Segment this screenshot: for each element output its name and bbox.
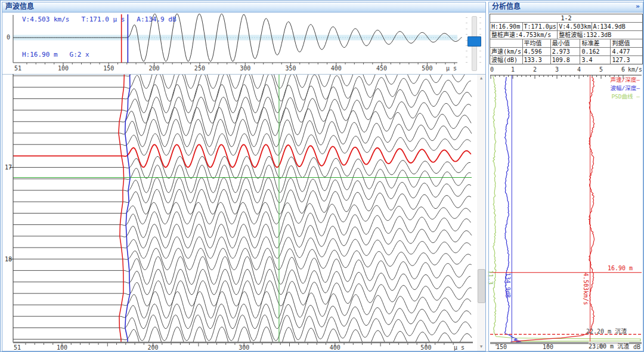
wave-trace	[13, 304, 471, 329]
head-criterion: 判据值	[610, 39, 642, 47]
scroll-down-icon[interactable]: ▼	[477, 343, 485, 351]
selected-wave-trace[interactable]	[13, 144, 471, 167]
amplitude-criterion: 127.3	[610, 56, 642, 64]
wave-trace	[13, 165, 471, 193]
head-blank	[490, 39, 522, 47]
svg-text:1: 1	[511, 66, 515, 73]
svg-text:450: 450	[376, 65, 387, 72]
amplitude-row-label: 波幅(dB)	[490, 56, 522, 64]
svg-text:51: 51	[14, 65, 21, 72]
scrollbar-thumb[interactable]	[478, 269, 485, 303]
svg-text:150: 150	[103, 65, 114, 72]
wave-panel-title: 声波信息	[5, 2, 34, 11]
svg-text:400: 400	[331, 65, 342, 72]
trace-readout-line2: H:16.90 mG:2 x	[22, 51, 101, 58]
head-std: 标准差	[580, 39, 610, 47]
current-time-cell: T:171.0μs	[522, 23, 558, 30]
svg-text:μ s: μ s	[454, 344, 465, 351]
panel-expander-button[interactable]: »	[636, 2, 640, 11]
wave-trace	[13, 269, 470, 295]
velocity-profile-curve	[510, 77, 594, 342]
svg-text:100: 100	[543, 344, 553, 350]
svg-text:51: 51	[14, 344, 21, 351]
wave-trace	[13, 134, 470, 156]
svg-text:μ s: μ s	[446, 65, 457, 72]
waterfall-scrollbar[interactable]: ▲ ▼	[477, 75, 485, 351]
legend-psd-curve: PSD曲线 —	[611, 92, 640, 100]
table-row-head: 平均值 最小值 标准差 判据值	[490, 39, 642, 47]
head-mean: 平均值	[522, 39, 550, 47]
wave-trace	[13, 85, 472, 113]
red-pick-curve[interactable]	[119, 74, 124, 342]
sediment-depth-label: 22.20 m 沉渣	[586, 326, 627, 335]
svg-text:5: 5	[599, 66, 603, 73]
wave-trace	[13, 189, 471, 214]
svg-text:300: 300	[240, 65, 250, 72]
table-row-velocity: 声速(km/s) 4.596 2.973 0.162 4.477	[490, 47, 642, 55]
svg-text:100: 100	[57, 344, 67, 351]
wave-trace	[13, 292, 471, 319]
svg-text:200: 200	[148, 344, 159, 351]
current-amplitude-cell: A:134.9dB	[592, 23, 642, 30]
wave-trace	[13, 212, 470, 238]
current-amplitude-marker-label: 134.9dB	[504, 273, 511, 298]
gain-slider[interactable]	[465, 15, 482, 71]
wave-trace	[13, 178, 471, 203]
depth-tick-label: 17	[5, 164, 12, 171]
legend-velocity-depth: 声速/深度—	[611, 75, 640, 84]
profile-name: 1-2	[490, 14, 642, 22]
gain-readout: G:2 x	[70, 51, 89, 58]
depth-readout: H:16.90 m	[22, 51, 58, 58]
trace-readout-line1: V:4.503 km/sT:171.0 μ sA:134.9 dB	[22, 16, 188, 23]
table-row-pile: 整桩声速:4.753km/s 整桩波幅:132.3dB	[490, 30, 642, 39]
svg-text:150: 150	[496, 344, 507, 350]
svg-text:2: 2	[533, 66, 537, 73]
pile-velocity-cell: 整桩声速:4.753km/s	[490, 31, 557, 39]
velocity-std: 0.162	[580, 48, 610, 55]
current-velocity-marker-label: 4.503km/s	[583, 273, 589, 305]
svg-text:250: 250	[194, 65, 205, 72]
velocity-mean: 4.596	[522, 48, 550, 55]
wave-trace	[13, 315, 471, 341]
svg-text:500: 500	[422, 65, 432, 72]
svg-text:300: 300	[239, 344, 249, 351]
current-depth-cell: H:16.90m	[490, 23, 522, 30]
table-row-profile: 1-2	[490, 14, 642, 22]
scroll-up-icon[interactable]: ▲	[477, 75, 485, 82]
psd-curve	[493, 76, 641, 341]
svg-text:500: 500	[420, 344, 431, 351]
legend-amplitude-depth: 波幅/深度—	[611, 84, 640, 92]
table-row-current: H:16.90m T:171.0μs V:4.503km/s A:134.9dB	[490, 22, 642, 30]
analysis-panel-header: 分析信息 »	[488, 2, 643, 13]
svg-text:0: 0	[7, 34, 10, 41]
waveform-waterfall-plot[interactable]: 171851100200300400500μ s	[2, 74, 486, 351]
amplitude-std: 3.4	[580, 56, 610, 64]
wave-trace	[13, 237, 471, 258]
sonic-logging-app: 声波信息 分析信息 » 5110015020025030035040045050…	[0, 0, 644, 352]
time-readout: T:171.0 μ s	[81, 16, 125, 23]
pile-amplitude-cell: 整桩波幅:132.3dB	[557, 31, 642, 39]
depth-profile-chart[interactable]: 0123456km/s15010050dB	[489, 64, 643, 350]
amplitude-profile-curve	[505, 77, 524, 343]
wave-panel-header: 声波信息	[2, 2, 486, 13]
svg-text:4: 4	[577, 66, 581, 73]
svg-text:6: 6	[621, 66, 625, 73]
svg-text:3: 3	[555, 66, 559, 73]
amplitude-readout: A:134.9 dB	[137, 16, 176, 23]
current-velocity-cell: V:4.503km/s	[557, 23, 591, 30]
svg-text:0: 0	[490, 66, 494, 73]
wave-trace	[13, 107, 471, 135]
velocity-row-label: 声速(km/s)	[490, 48, 522, 55]
svg-text:350: 350	[285, 65, 296, 72]
gain-slider-handle[interactable]	[467, 36, 481, 47]
wave-trace	[13, 248, 471, 270]
analysis-result-table: 1-2 H:16.90m T:171.0μs V:4.503km/s A:134…	[490, 14, 643, 64]
amplitude-min: 109.8	[550, 56, 580, 64]
current-psd-marker-label: 11.3	[487, 270, 494, 285]
velocity-min: 2.973	[550, 48, 580, 55]
velocity-readout: V:4.503 km/s	[22, 16, 69, 23]
velocity-criterion: 4.477	[610, 48, 642, 55]
wave-trace	[13, 224, 472, 248]
head-min: 最小值	[550, 39, 580, 47]
svg-text:400: 400	[330, 344, 340, 351]
